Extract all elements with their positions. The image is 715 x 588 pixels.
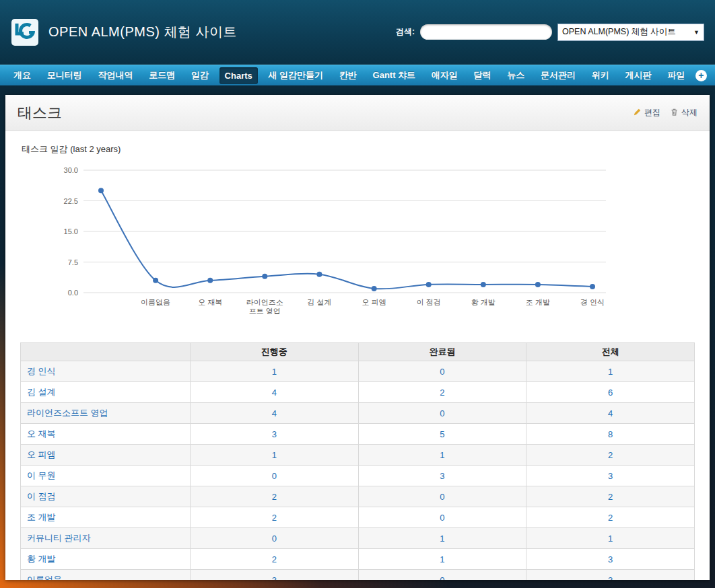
value-cell: 0	[358, 403, 526, 424]
project-select[interactable]: OPEN ALM(PMS) 체험 사이트 ▼	[557, 24, 704, 41]
column-header: 완료됨	[358, 343, 526, 361]
value-cell: 4	[191, 382, 359, 403]
person-link[interactable]: 오 재복	[27, 429, 56, 439]
x-tick-label: 오 피엠	[362, 298, 386, 306]
nav-item-charts[interactable]: Charts	[219, 67, 258, 84]
app-header: OPEN ALM(PMS) 체험 사이트 검색: OPEN ALM(PMS) 체…	[0, 0, 715, 65]
value-cell: 1	[358, 549, 526, 570]
nav-item-calendar[interactable]: 달력	[469, 66, 497, 85]
person-link[interactable]: 라이언즈소프트 영업	[27, 408, 108, 418]
panel-header: 태스크 편집 삭제	[5, 95, 710, 131]
nav-item-overview[interactable]: 개요	[8, 66, 36, 85]
y-tick-label: 0.0	[68, 289, 78, 297]
name-cell: 김 설계	[21, 382, 191, 403]
value-cell: 1	[191, 445, 359, 466]
person-link[interactable]: 경 인식	[27, 366, 56, 376]
table-row: 조 개발202	[21, 507, 695, 528]
value-cell: 2	[526, 507, 695, 528]
y-tick-label: 22.5	[64, 197, 78, 205]
nav-item-agile[interactable]: 애자일	[426, 66, 463, 85]
delete-button[interactable]: 삭제	[670, 107, 697, 118]
data-point	[481, 282, 486, 287]
head-actions: 편집 삭제	[633, 107, 697, 118]
value-cell: 1	[526, 528, 695, 549]
nav-item-boards[interactable]: 게시판	[619, 66, 656, 85]
x-tick-label: 이름없음	[141, 298, 170, 306]
chart-caption: 태스크 일감 (last 2 years)	[22, 143, 710, 155]
value-cell: 3	[191, 424, 359, 445]
nav-item-files[interactable]: 파일	[662, 66, 690, 85]
value-cell: 2	[191, 549, 359, 570]
person-link[interactable]: 황 개발	[27, 554, 56, 564]
name-cell: 황 개발	[21, 549, 191, 570]
table-row: 커뮤니티 관리자011	[21, 528, 695, 549]
name-cell: 이 점검	[21, 486, 191, 507]
person-link[interactable]: 조 개발	[27, 512, 56, 522]
person-link[interactable]: 이 무원	[27, 470, 56, 480]
value-cell: 0	[358, 570, 526, 581]
value-cell: 1	[358, 445, 526, 466]
data-point	[207, 278, 213, 283]
x-tick-label: 프트 영업	[249, 307, 281, 315]
column-header: 진행중	[191, 343, 359, 361]
name-cell: 라이언즈소프트 영업	[21, 403, 191, 424]
search-input[interactable]	[420, 24, 552, 40]
table-row: 이 점검202	[21, 486, 695, 507]
y-tick-label: 7.5	[68, 258, 78, 266]
table-header-row: 진행중완료됨전체	[21, 343, 695, 361]
data-point	[535, 282, 541, 287]
person-link[interactable]: 이 점검	[27, 491, 56, 501]
nav-item-news[interactable]: 뉴스	[502, 66, 530, 85]
x-tick-label: 라이언즈소	[246, 298, 283, 306]
data-point	[98, 188, 104, 193]
x-tick-label: 이 점검	[417, 298, 441, 306]
data-point	[262, 274, 267, 279]
nav-item-kanban[interactable]: 칸반	[334, 66, 362, 85]
main-nav: 개요모니터링작업내역로드맵일감Charts새 일감만들기칸반Gantt 챠트애자…	[0, 65, 715, 85]
value-cell: 1	[191, 361, 359, 382]
value-cell: 6	[526, 382, 695, 403]
pencil-icon	[633, 108, 642, 118]
x-tick-label: 조 개발	[526, 298, 550, 306]
data-point	[316, 272, 322, 277]
value-cell: 2	[526, 486, 695, 507]
nav-item-activity[interactable]: 작업내역	[92, 66, 138, 85]
app-title: OPEN ALM(PMS) 체험 사이트	[48, 23, 237, 41]
value-cell: 0	[191, 466, 359, 486]
y-tick-label: 15.0	[64, 227, 78, 235]
value-cell: 2	[526, 445, 695, 466]
edit-button[interactable]: 편집	[633, 107, 660, 118]
nav-item-gantt[interactable]: Gantt 챠트	[368, 66, 421, 85]
data-point	[426, 282, 432, 287]
name-cell: 이 무원	[21, 466, 191, 486]
header-right: 검색: OPEN ALM(PMS) 체험 사이트 ▼	[396, 24, 704, 41]
person-link[interactable]: 커뮤니티 관리자	[27, 533, 91, 543]
nav-item-issues[interactable]: 일감	[186, 66, 214, 85]
name-cell: 커뮤니티 관리자	[21, 528, 191, 549]
chart-svg: 0.07.515.022.530.0이름없음오 재복라이언즈소프트 영업김 설계…	[13, 159, 653, 328]
summary-table: 진행중완료됨전체 경 인식101김 설계426라이언즈소프트 영업404오 재복…	[20, 342, 695, 580]
table-row: 오 재복358	[21, 424, 695, 445]
nav-item-new-issue[interactable]: 새 일감만들기	[263, 66, 329, 85]
nav-item-roadmap[interactable]: 로드맵	[143, 66, 180, 85]
person-link[interactable]: 이름없음	[27, 575, 62, 580]
table-row: 김 설계426	[21, 382, 695, 403]
nav-item-monitoring[interactable]: 모니터링	[42, 66, 88, 85]
x-tick-label: 오 재복	[198, 298, 222, 306]
person-link[interactable]: 오 피엠	[27, 449, 56, 460]
edit-label: 편집	[644, 107, 660, 118]
value-cell: 0	[358, 507, 526, 528]
value-cell: 0	[358, 361, 526, 382]
page-title: 태스크	[18, 103, 62, 123]
x-tick-label: 황 개발	[471, 298, 496, 306]
name-cell: 오 피엠	[21, 445, 191, 466]
person-link[interactable]: 김 설계	[27, 387, 56, 397]
value-cell: 2	[358, 382, 526, 403]
data-point	[590, 284, 595, 289]
name-cell: 조 개발	[21, 507, 191, 528]
nav-item-wiki[interactable]: 위키	[586, 66, 615, 85]
nav-item-documents[interactable]: 문서관리	[535, 66, 581, 85]
value-cell: 0	[191, 528, 359, 549]
nav-expand-button[interactable]: +	[695, 70, 707, 81]
column-header-empty	[21, 343, 191, 361]
